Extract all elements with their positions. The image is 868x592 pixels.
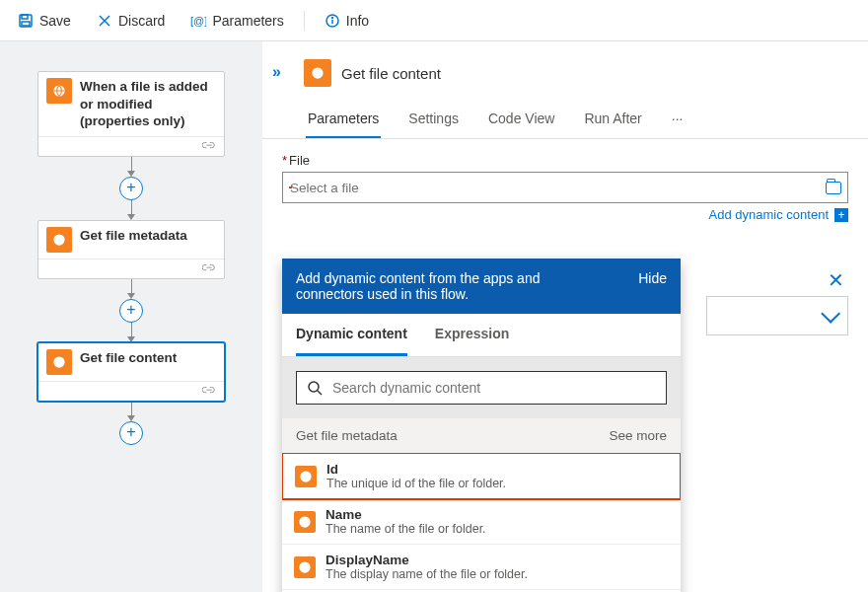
file-field-label: *File [282,153,848,168]
panel-tabs: Parameters Settings Code View Run After … [262,99,868,139]
dc-tab-expression[interactable]: Expression [435,314,509,356]
link-icon [202,137,216,155]
dc-items-list[interactable]: IdThe unique id of the file or folder. N… [282,453,681,592]
sharepoint-icon [46,227,72,253]
flow-step-title: Get file content [80,349,177,367]
toolbar: Save Discard [@] Parameters Info [0,0,868,41]
sharepoint-icon [295,466,317,487]
dc-item-desc: The display name of the file or folder. [326,567,528,581]
dc-item-desc: The name of the file or folder. [326,522,486,536]
dc-item-title: DisplayName [326,553,528,567]
dc-banner-text: Add dynamic content from the apps and co… [296,270,592,302]
svg-rect-2 [22,22,30,26]
collapse-icon[interactable]: » [272,63,278,81]
toolbar-separator [304,11,305,31]
save-icon [18,13,34,29]
dynamic-content-panel: Add dynamic content from the apps and co… [282,259,681,592]
flow-step-trigger[interactable]: When a file is added or modified (proper… [37,71,225,157]
file-input[interactable] [290,181,820,195]
tab-parameters[interactable]: Parameters [306,105,381,138]
close-icon[interactable]: ✕ [828,268,844,292]
flow-step-metadata[interactable]: Get file metadata [37,220,225,279]
file-input-wrapper [282,172,848,203]
tab-codeview[interactable]: Code View [486,105,556,138]
connector-arrow [127,279,135,299]
dc-item-title: Name [326,507,486,522]
svg-text:[@]: [@] [190,15,206,27]
svg-point-11 [53,356,64,367]
chevron-down-icon [821,304,840,324]
flow-canvas[interactable]: When a file is added or modified (proper… [0,41,262,592]
discard-icon [97,13,112,29]
details-panel: » Get file content Parameters Settings C… [262,41,868,592]
connector-arrow [127,157,135,177]
flow-step-title: When a file is added or modified (proper… [80,78,216,130]
link-icon [202,382,216,400]
add-step-button[interactable]: + [119,299,143,323]
tab-settings[interactable]: Settings [406,105,461,138]
sharepoint-icon [46,78,72,104]
dc-search-input[interactable] [332,380,656,396]
svg-point-16 [299,516,310,527]
parameters-label: Parameters [212,13,283,29]
dc-search-wrapper [296,371,667,405]
discard-label: Discard [118,13,165,29]
info-icon [325,13,340,29]
panel-title: Get file content [341,65,441,82]
dc-item-desc: The unique id of the file or folder. [326,477,506,490]
dc-group-title: Get file metadata [296,428,398,443]
sharepoint-icon [46,349,72,375]
svg-line-14 [318,391,322,395]
info-label: Info [346,13,369,29]
parameters-icon: [@] [190,13,206,29]
dc-hide-link[interactable]: Hide [638,270,667,286]
sharepoint-icon [294,556,316,578]
discard-button[interactable]: Discard [87,9,175,33]
dc-see-more-link[interactable]: See more [609,428,667,443]
svg-rect-1 [22,15,28,19]
svg-point-17 [299,561,310,572]
collapsed-section[interactable] [706,296,848,335]
dc-item-id[interactable]: IdThe unique id of the file or folder. [282,453,681,500]
sharepoint-icon [294,511,316,533]
dc-item-name[interactable]: NameThe name of the file or folder. [282,499,681,545]
svg-point-13 [309,382,319,392]
add-step-button[interactable]: + [119,421,143,445]
add-step-button[interactable]: + [119,177,143,200]
add-dynamic-content-link[interactable]: Add dynamic content [709,207,829,222]
info-button[interactable]: Info [315,9,379,33]
flow-step-title: Get file metadata [80,227,187,245]
svg-point-10 [53,234,64,245]
parameters-button[interactable]: [@] Parameters [181,9,293,33]
sharepoint-icon [304,59,331,87]
dc-tab-dynamic[interactable]: Dynamic content [296,314,407,356]
svg-point-8 [331,17,332,18]
svg-point-15 [300,471,311,481]
save-button[interactable]: Save [8,9,81,33]
search-icon [307,380,323,396]
connector-arrow [127,323,135,342]
tab-runafter[interactable]: Run After [582,105,643,138]
link-icon [202,259,216,277]
plus-icon[interactable]: + [834,208,848,222]
flow-step-content[interactable]: Get file content [37,342,225,402]
svg-point-12 [312,67,323,78]
connector-arrow [127,200,135,220]
dc-item-displayname[interactable]: DisplayNameThe display name of the file … [282,545,681,590]
folder-icon[interactable] [826,182,841,194]
connector-arrow [127,402,135,421]
dc-item-title: Id [326,462,506,477]
tab-overflow[interactable]: ··· [670,105,686,138]
save-label: Save [39,13,71,29]
